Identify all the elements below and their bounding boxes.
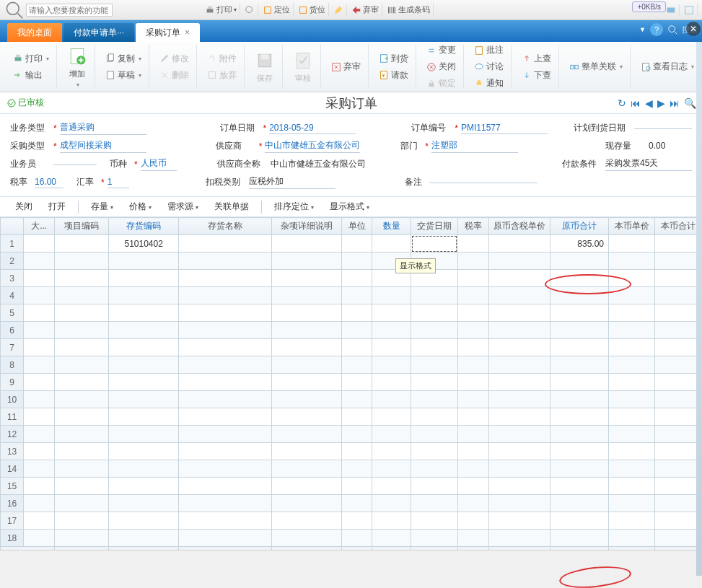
col-orig-price[interactable]: 原币含税单价 xyxy=(488,218,550,235)
col-orig-total[interactable]: 原币合计 xyxy=(550,218,609,235)
col-local-total[interactable]: 本币合计 xyxy=(655,218,702,235)
field-tax-cat[interactable]: 扣税类别应税外加 xyxy=(206,175,335,189)
gtb-related[interactable]: 关联单据 xyxy=(208,198,255,216)
field-order-no[interactable]: 订单编号*PMI11577 xyxy=(411,122,548,134)
table-row[interactable]: 15 xyxy=(1,478,702,495)
col-corner[interactable] xyxy=(1,218,24,235)
table-row[interactable]: 9 xyxy=(1,374,702,391)
col-misc[interactable]: 杂项详细说明 xyxy=(271,218,341,235)
gtb-stock[interactable]: 存量▾ xyxy=(84,198,120,216)
table-row[interactable]: 16 xyxy=(1,495,702,512)
col-project[interactable]: 项目编码 xyxy=(55,218,109,235)
down-button[interactable]: 下查 xyxy=(519,68,554,83)
right-scroll-edge[interactable] xyxy=(696,42,702,576)
approve-button[interactable]: 批注 xyxy=(471,43,506,58)
close-button[interactable]: 关闭 xyxy=(424,59,459,74)
col-unit[interactable]: 单位 xyxy=(341,218,372,235)
attach-button[interactable]: 附件 xyxy=(204,51,240,66)
gtb-close[interactable]: 关闭 xyxy=(9,198,39,216)
table-row[interactable]: 4 xyxy=(1,287,702,304)
table-row[interactable]: 2 xyxy=(1,253,702,270)
arrive-button[interactable]: 到货 xyxy=(376,51,411,66)
sys-print[interactable]: 打印▾ xyxy=(202,3,240,17)
lock-button[interactable]: 锁定 xyxy=(424,76,459,91)
gtb-display[interactable]: 显示格式▾ xyxy=(323,198,376,216)
last-icon[interactable]: ⏭ xyxy=(670,97,680,109)
output-button[interactable]: 输出 xyxy=(10,68,52,83)
next-icon[interactable]: ▶ xyxy=(657,97,665,109)
field-dept[interactable]: 部门*注塑部 xyxy=(400,139,518,153)
field-remark[interactable]: 备注 xyxy=(405,176,538,188)
tabs-dropdown-icon[interactable]: ▼ xyxy=(639,26,646,33)
table-row[interactable]: 14 xyxy=(1,460,702,478)
field-pay-term[interactable]: 付款条件采购发票45天 xyxy=(562,157,692,171)
field-currency[interactable]: 币种*人民币 xyxy=(110,157,177,171)
window-close-icon[interactable]: ✕ xyxy=(686,22,701,36)
table-row[interactable]: 17 xyxy=(1,512,702,530)
sys-edit[interactable] xyxy=(330,4,347,17)
draft-button[interactable]: 草稿▾ xyxy=(102,68,144,83)
tab-purchase-order[interactable]: 采购订单× xyxy=(136,23,200,42)
global-search[interactable] xyxy=(4,0,113,19)
delete-button[interactable]: 删除 xyxy=(157,68,192,83)
tab-desktop[interactable]: 我的桌面 xyxy=(7,23,62,42)
sys-barcode[interactable]: 生成条码 xyxy=(384,3,434,17)
gtb-price[interactable]: 价格▾ xyxy=(123,198,158,216)
table-row[interactable]: 5 xyxy=(1,304,702,322)
log-button[interactable]: 查看日志▾ xyxy=(638,59,697,74)
table-row[interactable]: 151010402 835.00 xyxy=(1,235,702,253)
gtb-demand[interactable]: 需求源▾ xyxy=(161,198,205,216)
close-icon[interactable]: × xyxy=(185,27,190,38)
sys-locate[interactable]: 定位 xyxy=(260,3,294,17)
table-row[interactable]: 7 xyxy=(1,339,702,356)
col-stock-name[interactable]: 存货名称 xyxy=(179,218,272,235)
reject-button[interactable]: 弃审 xyxy=(328,59,364,74)
table-row[interactable]: 6 xyxy=(1,322,702,339)
search-input[interactable] xyxy=(26,4,113,17)
table-row[interactable]: 11 xyxy=(1,408,702,426)
field-salesman[interactable]: 业务员 xyxy=(10,158,97,170)
first-icon[interactable]: ⏮ xyxy=(631,97,641,109)
gtb-open[interactable]: 打开 xyxy=(42,198,72,216)
request-button[interactable]: ¥请款 xyxy=(376,68,411,83)
col-deliver-date[interactable]: 交货日期 xyxy=(411,218,457,235)
table-row[interactable]: 12 xyxy=(1,426,702,443)
sys-misc2[interactable] xyxy=(681,4,698,17)
sys-preview[interactable] xyxy=(242,4,258,17)
table-row[interactable]: 3 xyxy=(1,270,702,287)
table-row[interactable]: 18 xyxy=(1,530,702,547)
table-row[interactable]: 13 xyxy=(1,443,702,460)
sys-reject[interactable]: 弃审 xyxy=(348,3,382,17)
field-biz-type[interactable]: 业务类型*普通采购 xyxy=(10,121,146,135)
notify-button[interactable]: 通知 xyxy=(471,76,506,91)
search-icon[interactable]: 🔍 xyxy=(684,97,696,109)
field-purchase-type[interactable]: 采购类型*成型间接采购 xyxy=(10,139,146,153)
link-button[interactable]: 整单关联▾ xyxy=(566,59,626,74)
help-icon[interactable]: ? xyxy=(650,23,663,36)
col-tax[interactable]: 税率 xyxy=(457,218,488,235)
refresh-icon[interactable]: ↻ xyxy=(618,97,626,109)
field-rate[interactable]: 汇率*1 xyxy=(76,176,129,188)
col-local-price[interactable]: 本币单价 xyxy=(609,218,655,235)
detail-grid[interactable]: 大... 项目编码 存货编码 存货名称 杂项详细说明 单位 数量 交货日期 税率… xyxy=(0,217,702,550)
col-qty[interactable]: 数量 xyxy=(372,218,411,235)
table-row[interactable]: 10 xyxy=(1,391,702,408)
print-button[interactable]: 打印▾ xyxy=(10,51,52,66)
save-button[interactable]: 保存 xyxy=(252,49,278,85)
up-button[interactable]: 上查 xyxy=(519,51,554,66)
discuss-button[interactable]: 讨论 xyxy=(471,59,506,74)
modify-button[interactable]: 修改 xyxy=(157,51,192,66)
field-tax-rate[interactable]: 税率16.00 xyxy=(10,176,63,188)
gtb-sort[interactable]: 排序定位▾ xyxy=(268,198,320,216)
tab-payment-request[interactable]: 付款申请单··· xyxy=(63,23,134,42)
col-big[interactable]: 大... xyxy=(24,218,55,235)
sys-storage[interactable]: 货位 xyxy=(295,3,329,17)
release-button[interactable]: 放弃 xyxy=(204,68,240,83)
field-order-date[interactable]: 订单日期*2018-05-29 xyxy=(220,122,356,134)
prev-icon[interactable]: ◀ xyxy=(645,97,653,109)
add-button[interactable]: 增加▾ xyxy=(64,45,90,89)
change-button[interactable]: 变更 xyxy=(424,43,459,58)
table-row[interactable]: 8 xyxy=(1,356,702,374)
col-stock-code[interactable]: 存货编码 xyxy=(109,218,179,235)
field-supplier[interactable]: 供应商*中山市健雄五金有限公司 xyxy=(216,139,361,153)
